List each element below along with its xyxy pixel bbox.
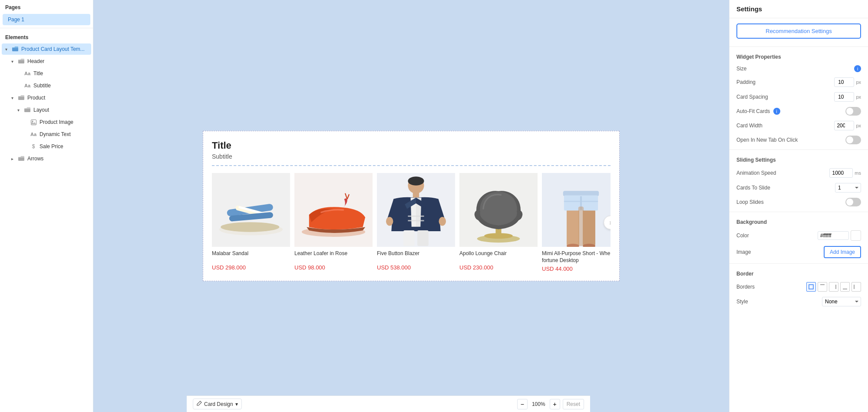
settings-header: Settings bbox=[729, 0, 868, 18]
product-card-2[interactable]: Leather Loafer in Rose USD 98.000 bbox=[294, 173, 373, 272]
svg-line-15 bbox=[345, 193, 347, 199]
reset-button[interactable]: Reset bbox=[563, 399, 584, 409]
loop-slides-toggle[interactable] bbox=[845, 198, 861, 206]
card-spacing-row: Card Spacing px bbox=[729, 90, 868, 104]
open-new-tab-label: Open In New Tab On Click bbox=[736, 137, 798, 143]
tree-item-sale-price[interactable]: $ Sale Price bbox=[2, 141, 91, 152]
auto-fit-toggle[interactable] bbox=[845, 107, 861, 116]
page1-item[interactable]: Page 1 bbox=[3, 14, 90, 25]
product-card-1[interactable]: Malabar Sandal USD 298.000 bbox=[212, 173, 290, 272]
borders-row: Borders bbox=[729, 279, 868, 294]
text-icon-subtitle: Aa bbox=[23, 82, 31, 90]
animation-speed-input[interactable] bbox=[829, 168, 853, 178]
auto-fit-label: Auto-Fit Cards i bbox=[736, 108, 780, 115]
bg-color-swatch[interactable] bbox=[851, 230, 861, 241]
tree-item-arrows[interactable]: ▸ Arrows bbox=[2, 153, 91, 164]
bottom-bar: Card Design ▾ − 100% + Reset bbox=[187, 395, 590, 412]
bg-image-row: Image Add Image bbox=[729, 243, 868, 261]
widget-subtitle[interactable]: Subtitle bbox=[212, 153, 611, 166]
widget-properties-title: Widget Properties bbox=[729, 50, 868, 63]
folder-icon bbox=[11, 45, 19, 53]
svg-rect-34 bbox=[564, 201, 598, 202]
svg-rect-29 bbox=[583, 206, 595, 246]
zoom-out-button[interactable]: − bbox=[517, 399, 528, 409]
folder-icon-arrows bbox=[17, 155, 25, 163]
border-title: Border bbox=[729, 266, 868, 279]
animation-speed-unit: ms bbox=[855, 170, 861, 176]
border-style-select[interactable]: None Solid Dashed Dotted bbox=[822, 297, 861, 306]
svg-rect-23 bbox=[408, 216, 424, 217]
product-card-5[interactable]: Mimi All-Purpose Short - Whee fortune De… bbox=[542, 173, 611, 272]
card-spacing-input[interactable] bbox=[834, 92, 854, 102]
tree-item-product-image[interactable]: Product Image bbox=[2, 116, 91, 128]
tree-label-product-card-layout: Product Card Layout Tem... bbox=[21, 46, 85, 52]
card-width-label: Card Width bbox=[736, 123, 762, 129]
card-width-input-group: px bbox=[834, 121, 861, 130]
product-image-4 bbox=[459, 173, 538, 247]
card-spacing-unit: px bbox=[856, 94, 861, 100]
product-name-3: Five Button Blazer bbox=[377, 250, 455, 262]
tree-item-subtitle[interactable]: Aa Subtitle bbox=[2, 80, 91, 91]
border-all-icon[interactable] bbox=[806, 282, 816, 292]
product-card-4[interactable]: Apollo Lounge Chair USD 230.000 bbox=[459, 173, 538, 272]
cards-to-slide-select[interactable]: 1 2 3 bbox=[835, 183, 861, 193]
elements-section-title: Elements bbox=[0, 30, 93, 43]
animation-speed-label: Animation Speed bbox=[736, 170, 776, 176]
background-title: Background bbox=[729, 215, 868, 228]
animation-speed-input-group: ms bbox=[829, 168, 861, 178]
bg-color-row: Color bbox=[729, 228, 868, 243]
widget-container: Title Subtitle bbox=[203, 131, 620, 281]
svg-rect-21 bbox=[403, 230, 415, 246]
pencil-icon bbox=[197, 401, 202, 407]
product-image-1 bbox=[212, 173, 290, 247]
border-icons bbox=[806, 282, 861, 292]
padding-input[interactable] bbox=[834, 77, 854, 87]
tree-label-layout: Layout bbox=[33, 107, 49, 113]
tree-item-title[interactable]: Aa Title bbox=[2, 68, 91, 79]
size-info-icon[interactable]: i bbox=[854, 65, 861, 72]
bg-color-input[interactable] bbox=[818, 231, 849, 240]
animation-speed-row: Animation Speed ms bbox=[729, 166, 868, 180]
tree-label-sale-price: Sale Price bbox=[40, 143, 63, 150]
product-name-2: Leather Loafer in Rose bbox=[294, 250, 373, 262]
loop-slides-label: Loop Slides bbox=[736, 199, 764, 205]
tree-item-layout[interactable]: ▾ Layout bbox=[2, 104, 91, 116]
product-name-5: Mimi All-Purpose Short - Whee fortune De… bbox=[542, 250, 611, 264]
widget-title[interactable]: Title bbox=[212, 140, 611, 151]
card-width-input[interactable] bbox=[834, 121, 854, 130]
product-card-3[interactable]: Five Button Blazer USD 538.000 bbox=[377, 173, 455, 272]
tree-label-product-image: Product Image bbox=[40, 119, 73, 125]
svg-line-14 bbox=[347, 194, 350, 199]
svg-rect-22 bbox=[417, 230, 429, 246]
svg-point-17 bbox=[408, 176, 424, 186]
tree-item-product[interactable]: ▾ Product bbox=[2, 92, 91, 103]
card-width-row: Card Width px bbox=[729, 118, 868, 133]
size-label: Size bbox=[736, 66, 746, 72]
tree-item-product-card-layout[interactable]: ▾ Product Card Layout Tem... bbox=[2, 43, 91, 55]
border-right-icon[interactable] bbox=[829, 282, 838, 292]
border-left-icon[interactable] bbox=[851, 282, 861, 292]
open-new-tab-toggle[interactable] bbox=[845, 136, 861, 144]
auto-fit-info-icon[interactable]: i bbox=[773, 108, 780, 115]
padding-row: Padding px bbox=[729, 75, 868, 90]
product-image-5 bbox=[542, 173, 611, 247]
tree-item-header[interactable]: ▾ Header bbox=[2, 56, 91, 67]
border-style-label: Style bbox=[736, 299, 748, 305]
pages-section-title: Pages bbox=[0, 0, 93, 13]
card-design-button[interactable]: Card Design ▾ bbox=[193, 399, 242, 409]
text-icon-dynamic-text: Aa bbox=[30, 130, 37, 138]
border-bottom-icon[interactable] bbox=[840, 282, 850, 292]
tree-label-title: Title bbox=[33, 70, 43, 76]
svg-point-20 bbox=[439, 217, 446, 226]
tree-label-arrows: Arrows bbox=[27, 156, 43, 162]
border-top-icon[interactable] bbox=[818, 282, 827, 292]
bg-color-label: Color bbox=[736, 233, 749, 239]
add-image-button[interactable]: Add Image bbox=[824, 246, 861, 258]
zoom-in-button[interactable]: + bbox=[550, 399, 560, 409]
product-image-3 bbox=[377, 173, 455, 247]
bg-color-input-group bbox=[818, 230, 861, 241]
svg-point-8 bbox=[221, 222, 279, 232]
recommendation-settings-button[interactable]: Recommendation Settings bbox=[736, 23, 861, 39]
tree-item-dynamic-text[interactable]: Aa Dynamic Text bbox=[2, 129, 91, 140]
svg-rect-33 bbox=[578, 206, 584, 246]
